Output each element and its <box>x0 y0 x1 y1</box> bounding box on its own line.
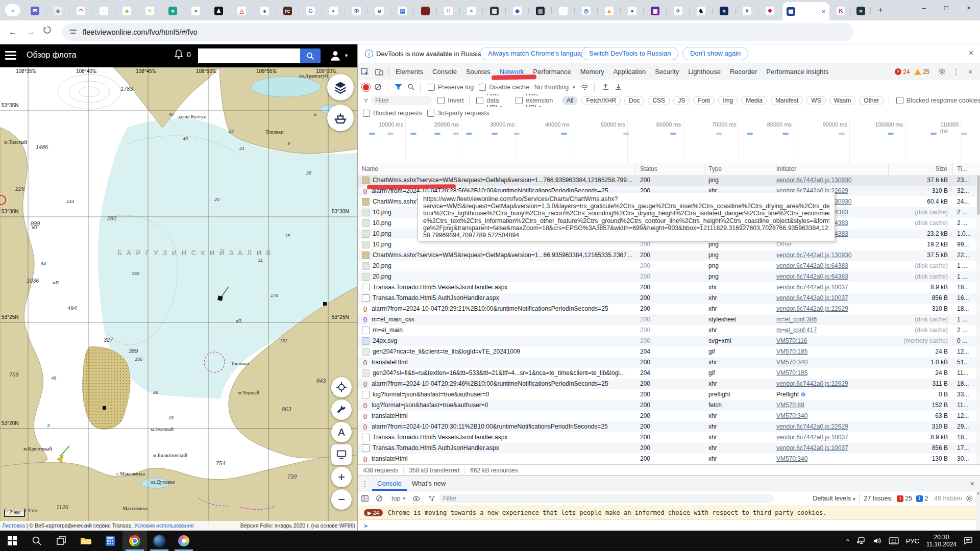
infobar-dont-show-button[interactable]: Don't show again <box>682 47 748 60</box>
infobar-close-icon[interactable]: × <box>969 48 973 58</box>
initiator-link[interactable]: VM570:340 <box>776 359 807 366</box>
infobar-match-language-button[interactable]: Always match Chrome's language <box>480 47 596 60</box>
network-request-row[interactable]: Transas.Tornado.Html5.AuthJsonHandler.as… <box>358 443 976 454</box>
console-context-dropdown[interactable]: top▾ <box>391 495 405 502</box>
tab-search-button[interactable]: ⌄ <box>5 4 20 16</box>
initiator-link[interactable]: vendor.6c7442a0.js:130930 <box>776 177 851 184</box>
network-request-row[interactable]: log?format=json&hasfast=true&authuser=02… <box>358 389 976 400</box>
network-request-row[interactable]: {}alarm?from=2024-10-04T20:29:46%2B10:00… <box>358 379 976 389</box>
zoom-out-button[interactable]: − <box>331 489 352 510</box>
browser-tab[interactable]: ■ <box>161 3 184 18</box>
browser-tab[interactable]: K <box>831 3 851 18</box>
browser-tab[interactable]: ◆ <box>46 3 69 18</box>
maximize-button[interactable]: □ <box>935 0 958 17</box>
tray-expand-caret[interactable]: ^ <box>846 537 849 545</box>
network-request-row[interactable]: 20.png200pngvendor.6c7442a0.js:64383(dis… <box>358 261 976 271</box>
invert-checkbox[interactable]: Invert <box>437 97 463 104</box>
network-request-row[interactable]: {}m=el_main_css200stylesheetm=el_conf:38… <box>358 314 976 325</box>
url-text[interactable]: fleetviewonline.com/fvo/html5/#/fvo <box>83 28 198 36</box>
taskbar-app-search[interactable] <box>24 531 49 551</box>
devtools-tab-sources[interactable]: Sources <box>461 64 495 80</box>
initiator-link[interactable]: vendor.6c7442a0.js:64383 <box>776 273 848 280</box>
initiator-link[interactable]: vendor.6c7442a0.js:22629 <box>776 423 848 430</box>
browser-tab[interactable]: ♟ <box>207 3 230 18</box>
live-expression-eye-icon[interactable] <box>409 492 424 505</box>
filter-chip-img[interactable]: Img <box>718 96 738 105</box>
devtools-menu-kebab-icon[interactable]: ⋮ <box>949 66 963 78</box>
disable-cache-checkbox[interactable]: Disable cache <box>479 84 529 91</box>
initiator-link[interactable]: vendor.6c7442a0.js:10037 <box>776 434 848 441</box>
browser-tab[interactable]: ▼ <box>736 3 758 18</box>
fleet-button[interactable] <box>327 105 354 131</box>
browser-tab[interactable]: ≡ <box>552 3 575 18</box>
address-bar[interactable]: fleetviewonline.com/fvo/html5/#/fvo <box>62 23 853 41</box>
network-request-row[interactable]: gen204?sl=fi&tl=ru&textlen=16&ttt=533&tt… <box>358 368 976 379</box>
filter-chip-other[interactable]: Other <box>859 96 884 105</box>
filter-toggle-icon[interactable] <box>395 83 402 91</box>
browser-tab[interactable]: ♞ <box>690 3 713 18</box>
browser-tab[interactable]: ▣ <box>529 3 552 18</box>
network-request-row[interactable]: m=el_main200xhrm=el_conf:417(disk cache)… <box>358 325 976 336</box>
export-har-icon[interactable] <box>615 83 622 91</box>
browser-tab[interactable]: ● <box>621 3 644 18</box>
drawer-tab-console[interactable]: Console <box>372 477 407 491</box>
column-header-name[interactable]: Name <box>358 163 636 175</box>
network-request-row[interactable]: 20.png200pngvendor.6c7442a0.js:64383(dis… <box>358 271 976 282</box>
initiator-link[interactable]: vendor.6c7442a0.js:10037 <box>776 444 848 452</box>
taskbar-clock[interactable]: 20:30 11.10.2024 <box>926 534 957 548</box>
throttling-dropdown[interactable]: No throttling▾ <box>534 84 575 91</box>
third-party-checkbox[interactable]: 3rd-party requests <box>427 110 489 117</box>
network-request-row[interactable]: gen204?nca=te_li&client=te_lib&logId=vTE… <box>358 346 976 357</box>
filter-chip-wasm[interactable]: Wasm <box>829 96 856 105</box>
close-window-button[interactable]: × <box>958 0 980 17</box>
network-request-row[interactable]: {}log?format=json&hasfast=true&authuser=… <box>358 400 976 411</box>
column-header-initiator[interactable]: Initiator <box>772 163 889 175</box>
devtools-settings-gear-icon[interactable] <box>935 66 949 78</box>
browser-tab[interactable]: △ <box>230 3 253 18</box>
layers-button[interactable] <box>327 74 354 101</box>
filter-chip-js[interactable]: JS <box>673 96 690 105</box>
filter-chip-fetch-xhr[interactable]: Fetch/XHR <box>581 96 621 105</box>
user-menu[interactable]: ▼ <box>329 49 349 62</box>
import-har-icon[interactable] <box>602 83 609 91</box>
hide-extension-urls-checkbox[interactable]: Hide extension URLs <box>516 94 558 108</box>
initiator-link[interactable]: vendor.6c7442a0.js:22629 <box>776 305 848 312</box>
initiator-link[interactable]: vendor.6c7442a0.js:10037 <box>776 284 848 291</box>
network-request-row[interactable]: {}translateHtml200xhrVM570:340130 B30... <box>358 454 976 464</box>
clear-network-log-icon[interactable] <box>374 83 382 91</box>
browser-tab[interactable]: ■ <box>414 3 437 18</box>
forward-button[interactable]: → <box>24 26 38 39</box>
drawer-close-icon[interactable]: × <box>970 479 974 488</box>
language-indicator[interactable]: РУС <box>906 537 919 545</box>
active-tab[interactable]: ▦ × <box>782 2 829 20</box>
drawer-tab-whats-new[interactable]: What's new <box>407 477 451 491</box>
browser-tab[interactable]: ◆ <box>506 3 529 18</box>
column-header-type[interactable]: Type <box>704 163 772 175</box>
devtools-tab-lighthouse[interactable]: Lighthouse <box>683 64 725 80</box>
column-header-size[interactable]: Size <box>889 163 953 175</box>
taskbar-app-calculator[interactable] <box>98 531 122 551</box>
tab-close-icon[interactable]: × <box>821 8 825 15</box>
network-request-row[interactable]: {}alarm?from=2024-10-04T20:29:21%2B10:00… <box>358 304 976 314</box>
nautical-chart[interactable]: 108°35'E108°40'E108°45'E108°50'E108°55'E… <box>0 67 357 531</box>
browser-tab[interactable]: ✈ <box>667 3 690 18</box>
filter-chip-doc[interactable]: Doc <box>624 96 644 105</box>
network-request-row[interactable]: {}alarm?from=2024-10-04T20:30:11%2B10:00… <box>358 421 976 432</box>
network-request-row[interactable]: ChartWms.ashx?service=WMS&request=GetMap… <box>358 250 976 261</box>
browser-tab[interactable]: G <box>299 3 322 18</box>
network-request-row[interactable]: {}translateHtml200xhrVM570:34063 B12... <box>358 411 976 421</box>
volume-tray-icon[interactable] <box>873 537 881 545</box>
default-levels-dropdown[interactable]: Default levels ▾ <box>813 495 855 502</box>
initiator-link[interactable]: VM570:185 <box>776 369 807 377</box>
taskbar-app-chrome[interactable] <box>122 531 147 551</box>
devtools-tab-memory[interactable]: Memory <box>576 64 609 80</box>
taskbar-app-explorer[interactable] <box>74 531 98 551</box>
devtools-tab-elements[interactable]: Elements <box>391 64 428 80</box>
tools-button[interactable] <box>331 399 352 420</box>
zoom-in-button[interactable]: + <box>331 467 352 487</box>
hidden-messages-label[interactable]: 46 hidden <box>934 495 962 502</box>
anchor-alarm-button[interactable]: A <box>331 422 352 442</box>
filter-chip-ws[interactable]: WS <box>806 96 825 105</box>
devtools-tab-console[interactable]: Console <box>428 64 461 80</box>
console-filter-input[interactable]: Filter <box>439 494 774 503</box>
